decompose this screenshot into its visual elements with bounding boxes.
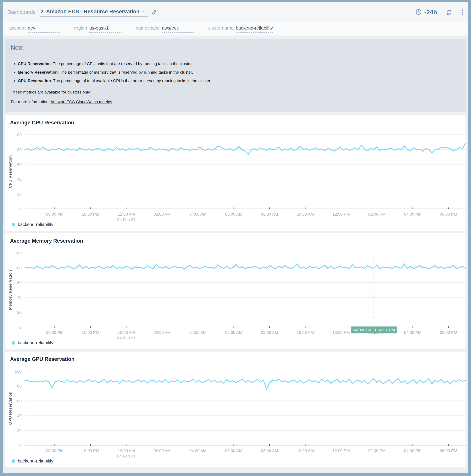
y-tick-label: 20 <box>17 310 22 314</box>
filter-region: region us-east-1 <box>74 25 122 33</box>
top-bar-actions: -24h <box>415 9 464 16</box>
legend-series-dot <box>12 223 15 226</box>
legend-series-label: backend-reliability <box>18 340 53 345</box>
filter-label: clustername <box>208 25 234 31</box>
filter-label: region <box>74 25 87 31</box>
y-tick-label: 40 <box>17 177 22 181</box>
x-tick-label: 02:00 PM <box>368 448 386 453</box>
x-tick-sub-label: 04 Feb 21 <box>117 217 135 221</box>
y-tick-label: 60 <box>17 399 22 403</box>
top-bar: Dashboards 2. Amazon ECS - Resource Rese… <box>3 2 468 22</box>
dashboard-app: Dashboards 2. Amazon ECS - Resource Rese… <box>3 2 468 473</box>
cpu-reservation-chart[interactable]: 020406080100CPU Reservation08:00 PM10:00… <box>5 129 466 221</box>
note-list: CPU Reservation: The percentage of CPU u… <box>9 61 462 83</box>
filter-clustername-value[interactable]: backend-reliability <box>236 25 273 33</box>
x-tick-label: 10:00 PM <box>82 212 99 216</box>
x-tick-label: 10:00 PM <box>82 448 99 453</box>
x-tick-label: 12:00 PM <box>332 448 350 453</box>
x-tick-label: 04:00 AM <box>189 212 207 216</box>
x-tick-label: 06:00 AM <box>225 212 242 216</box>
filter-account: account dev <box>9 25 60 33</box>
memory-reservation-chart[interactable]: 020406080100Memory Reservation08:00 PM10… <box>5 247 466 340</box>
x-tick-label: 08:00 AM <box>261 212 278 216</box>
x-tick-sub-label: 04 Feb 21 <box>117 336 135 340</box>
series-line <box>25 379 466 389</box>
y-tick-label: 60 <box>17 162 22 167</box>
chart-title: Average Memory Reservation <box>10 238 466 244</box>
x-tick-label: 12:00 PM <box>332 212 350 216</box>
refresh-icon[interactable] <box>446 9 453 16</box>
share-link-icon[interactable] <box>151 9 157 15</box>
y-tick-label: 0 <box>19 325 22 329</box>
note-heading: Note <box>11 44 462 51</box>
kebab-menu-icon[interactable] <box>461 9 464 16</box>
x-tick-label: 02:00 AM <box>153 330 171 335</box>
legend-item[interactable]: backend-reliability <box>5 459 53 464</box>
panel-avg-memory-reservation: Average Memory Reservation 020406080100M… <box>5 233 466 349</box>
time-range-control[interactable]: -24h <box>415 9 437 16</box>
note-panel: Note CPU Reservation: The percentage of … <box>5 39 466 112</box>
x-tick-label: 02:00 PM <box>368 212 386 216</box>
y-tick-label: 100 <box>15 133 22 137</box>
y-tick-label: 80 <box>17 147 22 152</box>
y-tick-label: 0 <box>19 207 22 211</box>
x-tick-label: 08:00 AM <box>261 448 278 453</box>
x-tick-label: 12:00 PM <box>332 330 350 335</box>
filter-label: account <box>9 25 25 31</box>
x-tick-label: 04:00 PM <box>404 212 422 216</box>
y-tick-label: 20 <box>17 192 22 196</box>
y-axis-label: Memory Reservation <box>8 270 12 310</box>
x-tick-label: 08:00 PM <box>46 448 63 453</box>
note-footer-text: These metrics are available for clusters… <box>11 90 462 94</box>
filter-region-value[interactable]: us-east-1 <box>89 25 122 33</box>
note-bullet-memory: Memory Reservation: The percentage of me… <box>18 70 462 75</box>
dashboard-body: Note CPU Reservation: The percentage of … <box>3 36 468 467</box>
window-frame: Dashboards 2. Amazon ECS - Resource Rese… <box>0 0 471 476</box>
legend-series-dot <box>12 459 15 463</box>
x-tick-label: 02:00 AM <box>153 212 171 216</box>
x-tick-label: 08:00 PM <box>46 330 63 335</box>
filter-account-value[interactable]: dev <box>28 25 60 33</box>
chart-title: Average CPU Reservation <box>10 120 466 126</box>
x-tick-label: 12:00 AM <box>118 330 135 335</box>
filter-namespace-value[interactable]: aws/ecs <box>162 25 195 33</box>
chart-title: Average GPU Reservation <box>10 356 466 362</box>
filter-bar: account dev region us-east-1 namespace a… <box>3 22 468 36</box>
crosshair-timestamp-text: 04/02/2021 1:50:31 PM <box>353 328 395 332</box>
note-more-info: For more information: Amazon ECS CloudWa… <box>11 100 462 104</box>
chevron-down-icon[interactable] <box>142 9 146 15</box>
x-tick-label: 10:00 AM <box>297 330 314 335</box>
series-line <box>25 143 466 154</box>
page-title: 2. Amazon ECS - Resource Reservation <box>41 9 140 15</box>
panel-avg-cpu-reservation: Average CPU Reservation 020406080100CPU … <box>5 115 466 231</box>
y-tick-label: 40 <box>17 413 22 418</box>
legend-item[interactable]: backend-reliability <box>5 222 53 227</box>
y-tick-label: 100 <box>15 369 22 374</box>
x-tick-label: 12:00 AM <box>118 212 135 216</box>
y-tick-label: 0 <box>19 443 22 448</box>
panel-avg-gpu-reservation: Average GPU Reservation 020406080100GPU … <box>5 352 466 467</box>
y-axis-label: GPU Reservation <box>8 391 12 425</box>
x-tick-label: 04:00 PM <box>404 330 422 335</box>
time-range-value: -24h <box>424 9 437 16</box>
legend-item[interactable]: backend-reliability <box>5 340 53 345</box>
x-tick-label: 10:00 AM <box>297 212 314 216</box>
y-tick-label: 20 <box>17 428 22 433</box>
clock-icon <box>415 9 422 16</box>
series-line <box>25 264 466 269</box>
filter-label: namespace <box>136 25 160 31</box>
filter-namespace: namespace aws/ecs <box>136 25 195 33</box>
note-bullet-cpu: CPU Reservation: The percentage of CPU u… <box>18 61 462 66</box>
dashboard-title-dropdown[interactable]: 2. Amazon ECS - Resource Reservation <box>40 8 148 17</box>
x-tick-label: 08:00 PM <box>46 212 63 216</box>
x-tick-label: 06:00 PM <box>440 212 457 216</box>
breadcrumb: Dashboards <box>7 9 35 15</box>
gpu-reservation-chart[interactable]: 020406080100GPU Reservation08:00 PM10:00… <box>5 365 466 458</box>
legend-series-dot <box>12 341 15 345</box>
y-tick-label: 80 <box>17 384 22 388</box>
y-tick-label: 40 <box>17 295 22 300</box>
cloudwatch-metrics-link[interactable]: Amazon ECS CloudWatch metrics <box>50 100 112 104</box>
y-tick-label: 60 <box>17 280 22 285</box>
x-tick-label: 10:00 PM <box>82 330 99 335</box>
x-tick-label: 10:00 AM <box>297 448 314 453</box>
